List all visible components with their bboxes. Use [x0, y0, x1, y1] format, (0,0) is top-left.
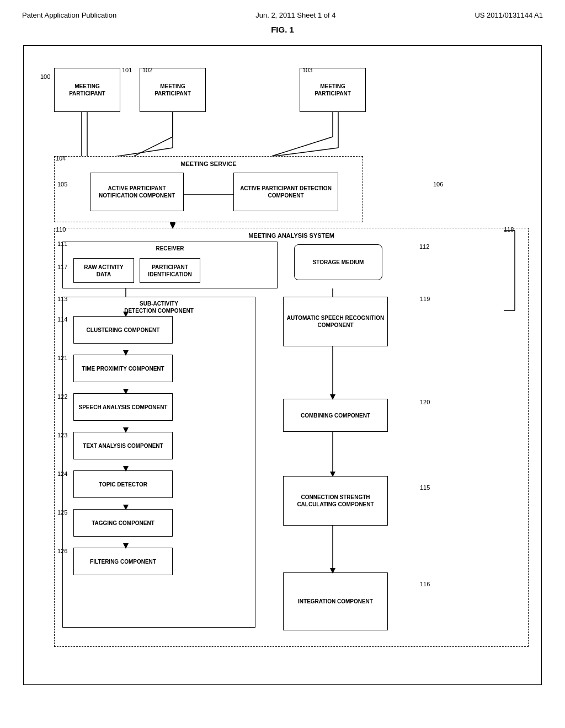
number-102: 102	[142, 67, 152, 73]
svg-line-30	[272, 137, 333, 156]
box-raw-activity: RAW ACTIVITY DATA	[73, 258, 134, 283]
number-100: 100	[40, 73, 50, 80]
box-text-analysis: TEXT ANALYSIS COMPONENT	[73, 432, 173, 459]
box-topic-detector: TOPIC DETECTOR	[73, 470, 173, 498]
number-120: 120	[420, 399, 430, 405]
number-117: 117	[57, 264, 67, 270]
number-115: 115	[420, 484, 430, 491]
box-participant-103: MEETING PARTICIPANT	[300, 68, 366, 112]
number-123: 123	[57, 432, 67, 438]
svg-marker-19	[170, 222, 175, 228]
box-active-notif: ACTIVE PARTICIPANT NOTIFICATION COMPONEN…	[90, 173, 184, 211]
number-122: 122	[57, 393, 67, 400]
number-106: 106	[433, 181, 443, 188]
number-119: 119	[420, 296, 430, 302]
fig-title: FIG. 1	[22, 25, 543, 34]
number-124: 124	[57, 470, 67, 477]
box-integration: INTEGRATION COMPONENT	[283, 572, 388, 630]
box-participant-102: MEETING PARTICIPANT	[140, 68, 206, 112]
number-121: 121	[57, 355, 67, 361]
notif-detect-line	[184, 184, 233, 206]
number-118: 118	[504, 226, 514, 233]
number-112: 112	[419, 243, 429, 250]
box-participant-id: PARTICIPANT IDENTIFICATION	[140, 258, 200, 283]
number-111: 111	[57, 240, 67, 247]
number-104: 104	[56, 155, 66, 162]
number-126: 126	[57, 548, 67, 554]
number-101: 101	[122, 67, 132, 73]
number-103: 103	[302, 67, 312, 73]
box-clustering: CLUSTERING COMPONENT	[73, 316, 173, 344]
svg-line-28	[134, 137, 173, 156]
number-105: 105	[57, 181, 67, 188]
box-active-detect: ACTIVE PARTICIPANT DETECTION COMPONENT	[233, 173, 338, 211]
number-113: 113	[57, 296, 67, 302]
box-combining: COMBINING COMPONENT	[283, 399, 388, 432]
header: Patent Application Publication Jun. 2, 2…	[22, 11, 543, 19]
box-connection-strength: CONNECTION STRENGTH CALCULATING COMPONEN…	[283, 476, 388, 526]
header-right: US 2011/0131144 A1	[475, 11, 543, 19]
box-sub-activity: SUB-ACTIVITYDETECTION COMPONENT	[62, 297, 255, 628]
box-tagging: TAGGING COMPONENT	[73, 509, 173, 537]
header-left: Patent Application Publication	[22, 11, 116, 19]
page: Patent Application Publication Jun. 2, 2…	[0, 0, 565, 728]
box-participant-101: MEETING PARTICIPANT	[54, 68, 120, 112]
box-storage: STORAGE MEDIUM	[294, 244, 382, 280]
number-125: 125	[57, 509, 67, 516]
number-110: 110	[56, 226, 66, 233]
box-filtering: FILTERING COMPONENT	[73, 548, 173, 575]
header-middle: Jun. 2, 2011 Sheet 1 of 4	[255, 11, 335, 19]
diagram-area: 100 MEETING PARTICIPANT 101 MEETING PART…	[23, 45, 542, 685]
number-116: 116	[420, 581, 430, 587]
box-asr: AUTOMATIC SPEECH RECOGNITION COMPONENT	[283, 297, 388, 346]
box-time-proximity: TIME PROXIMITY COMPONENT	[73, 355, 173, 382]
number-114: 114	[57, 316, 67, 323]
box-speech-analysis: SPEECH ANALYSIS COMPONENT	[73, 393, 173, 421]
